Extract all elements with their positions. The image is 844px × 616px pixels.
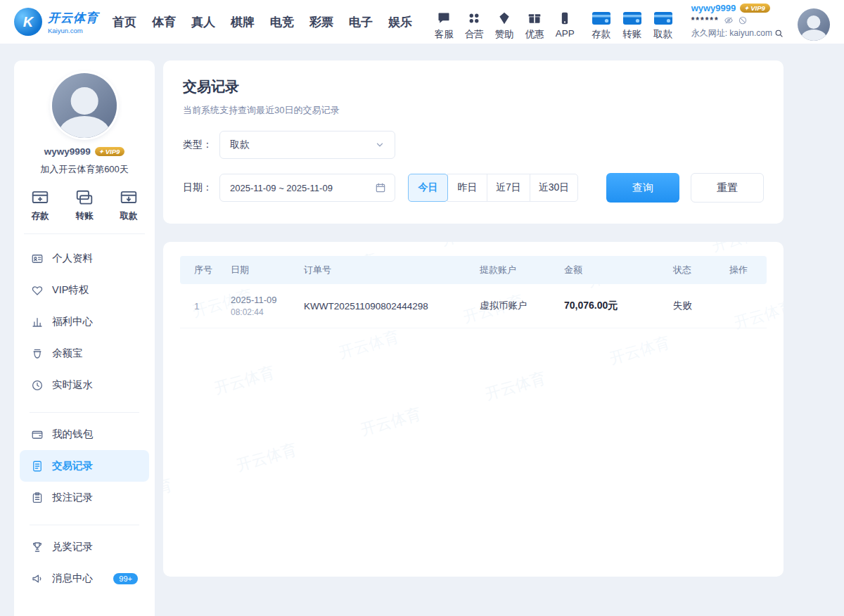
records-table-card: 开云体育开云体育开云体育开云体育开云体育开云体育开云体育开云体育开云体育开云体育…	[163, 242, 784, 577]
app-download-button[interactable]: APP	[556, 11, 575, 41]
nav-link-lottery[interactable]: 彩票	[309, 14, 333, 30]
partners-icon	[467, 11, 481, 25]
user-info: wywy9999 ✦VIP9 ****** 永久网址: kaiyun.com	[691, 3, 784, 41]
withdraw-icon	[120, 188, 138, 207]
type-select[interactable]: 取款	[219, 131, 395, 159]
sidebar-item-yuebao[interactable]: 余额宝	[20, 338, 149, 369]
sidebar-withdraw-button[interactable]: 取款	[120, 188, 138, 222]
chat-icon	[437, 11, 451, 25]
sponsor-button[interactable]: 赞助	[495, 11, 514, 41]
partnership-button[interactable]: 合营	[465, 11, 484, 41]
divider	[24, 233, 145, 234]
balance-row: ******	[691, 15, 784, 25]
deposit-button[interactable]: 存款	[592, 11, 611, 41]
col-header-index: 序号	[180, 264, 231, 276]
wallet-icon	[31, 428, 44, 441]
join-days-text: 加入开云体育第600天	[14, 163, 155, 176]
reset-button[interactable]: 重置	[691, 173, 764, 203]
vip-star-icon: ✦	[743, 4, 749, 12]
sidebar-user-row: wywy9999 ✦VIP9	[14, 146, 155, 157]
type-select-value: 取款	[230, 139, 250, 151]
site-logo[interactable]: K 开云体育 Kaiyun.com	[14, 8, 98, 36]
sidebar-item-wallet[interactable]: 我的钱包	[20, 418, 149, 450]
nav-link-sports[interactable]: 体育	[152, 14, 176, 30]
diamond-icon	[497, 11, 511, 25]
partnership-label: 合营	[465, 28, 484, 41]
username: wywy9999	[691, 3, 736, 13]
search-button[interactable]: 查询	[606, 173, 679, 203]
top-navbar: K 开云体育 Kaiyun.com 首页 体育 真人 棋牌 电竞 彩票 电子 娱…	[0, 0, 844, 44]
chevron-down-icon	[375, 140, 385, 150]
sidebar-item-messages[interactable]: 消息中心 99+	[20, 563, 149, 594]
jar-icon	[31, 347, 44, 360]
col-header-status: 状态	[673, 264, 729, 276]
service-group: 客服 合营 赞助 优惠 APP	[435, 11, 575, 41]
message-count-badge: 99+	[113, 573, 138, 584]
logo-subtitle: Kaiyun.com	[48, 27, 98, 34]
customer-service-button[interactable]: 客服	[435, 11, 454, 41]
sidebar-item-rebate[interactable]: 实时返水	[20, 369, 149, 401]
sidebar-item-rewards[interactable]: 兑奖记录	[20, 531, 149, 563]
page-title: 交易记录	[183, 77, 764, 96]
date-range-input[interactable]: 2025-11-09 ~ 2025-11-09	[219, 174, 395, 202]
date-label: 日期：	[183, 181, 219, 194]
nav-link-live-casino[interactable]: 真人	[191, 14, 215, 30]
sidebar-item-welfare[interactable]: 福利中心	[20, 306, 149, 338]
nav-link-esports[interactable]: 电竞	[270, 14, 294, 30]
avatar[interactable]	[798, 8, 830, 41]
logo-text: 开云体育 Kaiyun.com	[48, 10, 98, 34]
cell-date: 2025-11-09	[231, 295, 304, 305]
logo-letter: K	[23, 14, 33, 30]
quick-date-today[interactable]: 今日	[408, 174, 448, 202]
transfer-button[interactable]: 转账	[622, 11, 642, 41]
nav-link-home[interactable]: 首页	[113, 14, 136, 30]
vip-badge: ✦VIP9	[740, 4, 770, 13]
menu-label: 实时返水	[52, 378, 93, 392]
quick-date-yesterday[interactable]: 昨日	[447, 174, 487, 202]
transfer-icon	[75, 188, 94, 207]
heart-icon	[31, 284, 44, 297]
magnifier-icon[interactable]	[774, 29, 784, 38]
sidebar-deposit-button[interactable]: 存款	[31, 188, 49, 222]
nav-link-chess[interactable]: 棋牌	[231, 14, 255, 30]
content-area: wywy9999 ✦VIP9 加入开云体育第600天 存款 转账 取款 个人资料	[0, 44, 844, 616]
cell-order-number: KWWT202511090802444298	[304, 301, 480, 312]
sidebar-item-transactions[interactable]: 交易记录	[20, 450, 149, 482]
promotions-button[interactable]: 优惠	[525, 11, 544, 41]
menu-label: 消息中心	[52, 572, 93, 585]
sidebar-transfer-button[interactable]: 转账	[75, 188, 94, 222]
promotions-label: 优惠	[525, 28, 544, 41]
sidebar: wywy9999 ✦VIP9 加入开云体育第600天 存款 转账 取款 个人资料	[14, 60, 155, 616]
sidebar-item-vip[interactable]: VIP特权	[20, 274, 149, 306]
nav-link-slots[interactable]: 电子	[349, 14, 373, 30]
withdraw-label: 取款	[653, 28, 672, 41]
sidebar-menu: 个人资料 VIP特权 福利中心 余额宝 实时返水 我的钱包	[14, 240, 155, 597]
cell-status: 失败	[673, 300, 729, 312]
transfer-card-icon	[622, 11, 642, 25]
menu-label: 我的钱包	[52, 428, 93, 441]
filter-card: 交易记录 当前系统支持查询最近30日的交易记录 类型： 取款 日期： 2025-…	[163, 60, 784, 224]
sidebar-vip-badge: ✦VIP9	[95, 147, 125, 156]
sidebar-item-profile[interactable]: 个人资料	[20, 243, 149, 274]
quick-date-7days[interactable]: 近7日	[487, 174, 530, 202]
sidebar-username: wywy9999	[44, 146, 91, 157]
cell-datetime: 2025-11-09 08:02:44	[231, 295, 304, 317]
vip-star-icon: ✦	[98, 148, 104, 155]
phone-icon	[558, 11, 572, 25]
nav-link-entertainment[interactable]: 娱乐	[388, 14, 412, 30]
withdraw-button[interactable]: 取款	[653, 11, 673, 41]
refresh-balance-icon[interactable]	[738, 15, 748, 25]
sidebar-item-bets[interactable]: 投注记录	[20, 482, 149, 513]
quick-date-group: 今日 昨日 近7日 近30日	[408, 174, 578, 202]
clipboard-icon	[31, 492, 44, 504]
sponsor-label: 赞助	[495, 28, 514, 41]
eye-off-icon[interactable]	[724, 15, 734, 25]
page-subtitle: 当前系统支持查询最近30日的交易记录	[183, 104, 764, 117]
bars-icon	[31, 316, 44, 328]
table-header: 序号 日期 订单号 提款账户 金额 状态 操作	[180, 256, 767, 284]
menu-label: 福利中心	[52, 315, 93, 328]
sidebar-avatar[interactable]	[52, 73, 117, 138]
cell-account: 虚拟币账户	[480, 300, 564, 312]
quick-date-30days[interactable]: 近30日	[530, 174, 579, 202]
deposit-label: 存款	[592, 28, 610, 41]
